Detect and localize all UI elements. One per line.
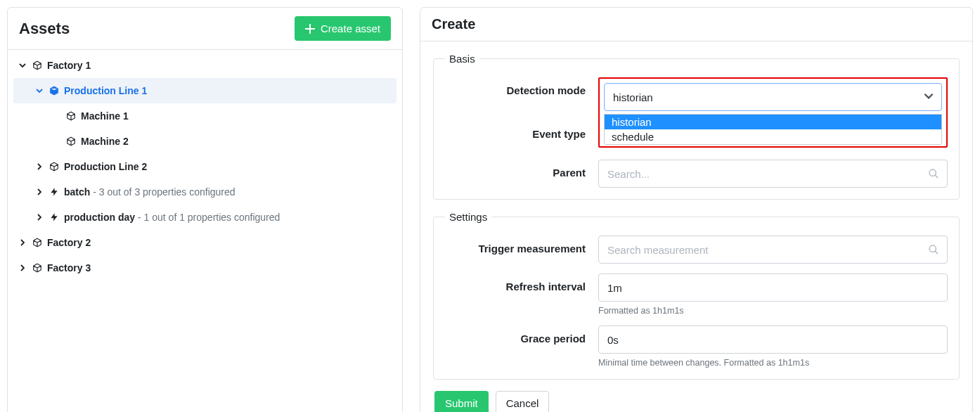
svg-point-2	[929, 245, 936, 252]
chevron-down-icon[interactable]	[18, 60, 27, 70]
create-panel: Create Basis Detection mode	[420, 7, 973, 412]
create-header: Create	[420, 8, 972, 41]
tree-item-label: Factory 3	[47, 262, 91, 273]
tree-item-label: Production Line 2	[64, 161, 147, 172]
basis-fieldset: Basis Detection mode hist	[433, 53, 960, 200]
settings-fieldset: Settings Trigger measurement Refresh int…	[433, 211, 960, 380]
submit-button[interactable]: Submit	[434, 391, 489, 412]
chevron-right-icon[interactable]	[34, 212, 44, 222]
chevron-right-icon[interactable]	[18, 263, 27, 273]
chevron-down-icon[interactable]	[34, 86, 44, 96]
detection-mode-label: Detection mode	[445, 77, 598, 96]
tree-item-label: Factory 2	[47, 237, 91, 248]
settings-legend: Settings	[445, 211, 491, 223]
create-asset-button[interactable]: Create asset	[295, 16, 391, 41]
tree-item-factory-3[interactable]: Factory 3	[13, 255, 396, 281]
assets-panel: Assets Create asset Factory 1	[7, 7, 403, 412]
grace-period-help: Minimal time between changes. Formatted …	[598, 358, 948, 368]
tree-item-batch[interactable]: batch - 3 out of 3 properties configured	[13, 179, 396, 205]
tree-item-machine-1[interactable]: Machine 1	[13, 103, 396, 129]
cube-icon	[65, 110, 77, 122]
detection-mode-highlight: historian schedule	[598, 77, 948, 148]
grace-period-label: Grace period	[445, 326, 598, 345]
cube-icon	[32, 262, 43, 273]
search-icon	[928, 244, 939, 257]
trigger-measurement-label: Trigger measurement	[445, 236, 598, 255]
form-actions: Submit Cancel	[433, 391, 960, 412]
tree-item-label: batch - 3 out of 3 properties configured	[64, 186, 236, 198]
dropdown-option-historian[interactable]: historian	[605, 115, 941, 129]
parent-label: Parent	[445, 160, 598, 179]
parent-search-input[interactable]	[598, 160, 948, 188]
tree-item-label: Machine 1	[81, 110, 129, 122]
cube-icon	[32, 237, 43, 248]
chevron-right-icon[interactable]	[18, 238, 27, 247]
cube-icon	[49, 161, 60, 172]
plus-icon	[305, 24, 315, 34]
refresh-interval-help: Formatted as 1h1m1s	[598, 306, 948, 316]
dropdown-option-schedule[interactable]: schedule	[605, 129, 941, 144]
trigger-measurement-input[interactable]	[598, 236, 948, 264]
detection-mode-select[interactable]	[604, 83, 942, 111]
cube-icon	[49, 85, 60, 96]
detection-mode-dropdown: historian schedule	[604, 114, 942, 145]
basis-legend: Basis	[445, 53, 479, 65]
assets-header: Assets Create asset	[8, 8, 402, 50]
tree-item-factory-1[interactable]: Factory 1	[13, 53, 396, 78]
bolt-icon	[49, 212, 60, 223]
tree-item-label: Production Line 1	[64, 85, 147, 96]
svg-line-1	[935, 175, 938, 178]
bolt-icon	[49, 186, 60, 198]
grace-period-input[interactable]	[598, 326, 948, 354]
tree-item-label: Factory 1	[47, 60, 91, 71]
create-title: Create	[432, 16, 475, 32]
chevron-right-icon[interactable]	[34, 187, 44, 197]
refresh-interval-input[interactable]	[598, 273, 948, 302]
cube-icon	[32, 60, 43, 71]
refresh-interval-label: Refresh interval	[445, 273, 598, 292]
search-icon	[928, 168, 939, 181]
svg-line-3	[935, 251, 938, 254]
chevron-right-icon[interactable]	[34, 162, 44, 172]
tree-item-production-day[interactable]: production day - 1 out of 1 properties c…	[13, 205, 396, 230]
svg-point-0	[929, 169, 936, 176]
cube-icon	[65, 136, 77, 147]
tree-item-production-line-2[interactable]: Production Line 2	[13, 154, 396, 179]
cancel-button[interactable]: Cancel	[496, 391, 550, 412]
tree-item-label: Machine 2	[81, 136, 129, 147]
tree-item-production-line-1[interactable]: Production Line 1	[13, 78, 396, 103]
tree-item-factory-2[interactable]: Factory 2	[13, 230, 396, 255]
create-asset-label: Create asset	[321, 22, 380, 34]
tree-item-machine-2[interactable]: Machine 2	[13, 129, 396, 154]
assets-title: Assets	[19, 20, 70, 38]
asset-tree: Factory 1 Production Line 1 Machine 1	[8, 50, 402, 289]
tree-item-label: production day - 1 out of 1 properties c…	[64, 212, 280, 223]
